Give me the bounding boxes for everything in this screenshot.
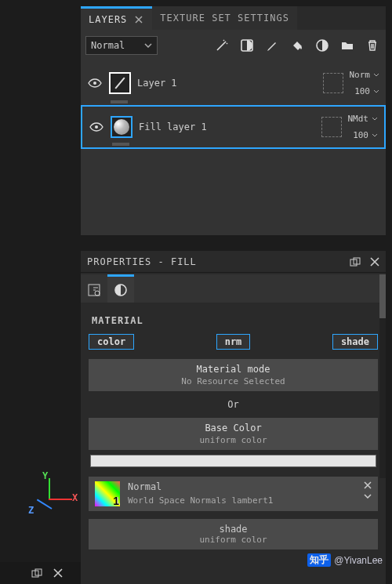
- axis-y: [49, 478, 50, 500]
- tab-layers-label: LAYERS: [89, 14, 127, 25]
- svg-point-3: [95, 125, 98, 129]
- chevron-down-icon[interactable]: [372, 133, 378, 137]
- fill-settings-tab[interactable]: [81, 274, 107, 303]
- axis-x-label: X: [72, 492, 78, 503]
- channel-nrm[interactable]: nrm: [216, 334, 251, 350]
- close-icon[interactable]: [370, 257, 379, 267]
- window-icon[interactable]: [31, 568, 42, 578]
- axis-z: [37, 499, 53, 509]
- panel-tabs: LAYERS TEXTURE SET SETTINGS: [81, 6, 386, 30]
- clear-icon[interactable]: [364, 481, 372, 489]
- base-color-value: uniform color: [89, 435, 378, 445]
- brush-icon[interactable]: [263, 37, 281, 54]
- close-icon[interactable]: [133, 14, 144, 25]
- layer-options: Norm 100: [350, 70, 380, 96]
- shade-value: uniform color: [89, 535, 378, 545]
- layer-thumbnail[interactable]: [109, 72, 131, 94]
- layer-list-empty: [81, 149, 386, 235]
- normal-block[interactable]: Normal World Space Normals lambert1: [89, 477, 378, 511]
- material-mode-value: No Resource Selected: [89, 376, 378, 386]
- mask-thumbnail[interactable]: [321, 117, 342, 137]
- chevron-down-icon: [144, 43, 152, 48]
- channel-color[interactable]: color: [89, 334, 134, 350]
- layer-thumbnail[interactable]: [111, 116, 132, 138]
- drag-handle[interactable]: [111, 100, 128, 103]
- base-color-swatch[interactable]: [90, 455, 376, 467]
- normal-label: Normal: [128, 481, 273, 492]
- layers-toolbar: Normal: [81, 30, 386, 61]
- bucket-icon[interactable]: [289, 37, 306, 54]
- svg-point-7: [95, 291, 100, 296]
- visibility-icon[interactable]: [87, 75, 103, 91]
- material-tab[interactable]: [107, 274, 134, 303]
- base-color-block[interactable]: Base Color uniform color: [89, 418, 378, 450]
- watermark-user: @YivanLee: [334, 555, 383, 566]
- trash-icon[interactable]: [364, 37, 381, 54]
- watermark: 知乎 @YivanLee: [307, 553, 383, 567]
- material-mode-label: Material mode: [89, 364, 378, 375]
- channel-shade[interactable]: shade: [332, 334, 378, 350]
- smart-material-icon[interactable]: [314, 37, 331, 54]
- close-icon[interactable]: [53, 568, 63, 578]
- globe-icon: [114, 119, 129, 135]
- tab-layers[interactable]: LAYERS: [81, 6, 152, 30]
- drag-handle[interactable]: [112, 143, 129, 146]
- chevron-down-icon[interactable]: [373, 73, 379, 77]
- zhihu-logo: 知乎: [307, 553, 331, 567]
- tab-texset-label: TEXTURE SET SETTINGS: [160, 13, 289, 24]
- axes-gizmo: X Y Z: [34, 473, 82, 521]
- layer-blend[interactable]: Norm: [350, 70, 371, 80]
- shade-block[interactable]: shade uniform color: [89, 519, 378, 550]
- layers-panel: LAYERS TEXTURE SET SETTINGS Normal: [81, 6, 386, 235]
- properties-header: PROPERTIES - FILL: [81, 251, 386, 273]
- normal-resource: World Space Normals lambert1: [128, 495, 273, 506]
- axis-x: [49, 499, 72, 500]
- shade-label: shade: [89, 524, 378, 535]
- mask-thumbnail[interactable]: [323, 73, 343, 93]
- svg-point-2: [93, 82, 96, 85]
- scrollbar[interactable]: [379, 274, 386, 478]
- mask-icon[interactable]: [238, 37, 256, 54]
- layer-blend[interactable]: NMdt: [348, 114, 369, 124]
- layer-row[interactable]: Fill layer 1 NMdt 100: [81, 105, 386, 149]
- folder-icon[interactable]: [339, 37, 356, 54]
- layer-row[interactable]: Layer 1 Norm 100: [81, 61, 386, 105]
- layer-name[interactable]: Layer 1: [137, 78, 317, 89]
- wand-icon[interactable]: [213, 37, 230, 54]
- axis-y-label: Y: [42, 470, 48, 481]
- chevron-down-icon[interactable]: [364, 494, 372, 499]
- channel-chips: color nrm shade: [89, 334, 378, 350]
- tab-texture-set-settings[interactable]: TEXTURE SET SETTINGS: [152, 6, 297, 30]
- properties-title: PROPERTIES - FILL: [87, 256, 197, 267]
- properties-body: MATERIAL color nrm shade Material mode N…: [81, 303, 386, 550]
- layer-opacity[interactable]: 100: [353, 130, 368, 140]
- chevron-down-icon[interactable]: [372, 117, 378, 121]
- axis-z-label: Z: [28, 505, 34, 516]
- chevron-down-icon[interactable]: [373, 89, 379, 93]
- material-section-title: MATERIAL: [92, 315, 378, 326]
- material-mode-block[interactable]: Material mode No Resource Selected: [89, 359, 378, 391]
- properties-tabs: [81, 273, 386, 303]
- viewport-bottom-bar: [0, 562, 81, 584]
- layer-list: Layer 1 Norm 100 Fill layer 1 NMdt 100: [81, 61, 386, 235]
- properties-panel: PROPERTIES - FILL MATERIAL color nrm sha…: [81, 251, 386, 584]
- base-color-label: Base Color: [89, 423, 378, 433]
- or-separator: Or: [89, 399, 378, 410]
- visibility-icon[interactable]: [89, 119, 104, 135]
- blend-mode-value: Normal: [91, 40, 125, 51]
- blend-mode-select[interactable]: Normal: [85, 36, 158, 55]
- layer-options: NMdt 100: [348, 114, 379, 140]
- normal-thumbnail: [95, 481, 120, 506]
- layer-opacity[interactable]: 100: [354, 86, 370, 96]
- layer-tool-icons: [213, 37, 381, 54]
- layer-name[interactable]: Fill layer 1: [139, 122, 315, 132]
- undock-icon[interactable]: [350, 257, 361, 267]
- scrollbar-thumb[interactable]: [379, 274, 386, 318]
